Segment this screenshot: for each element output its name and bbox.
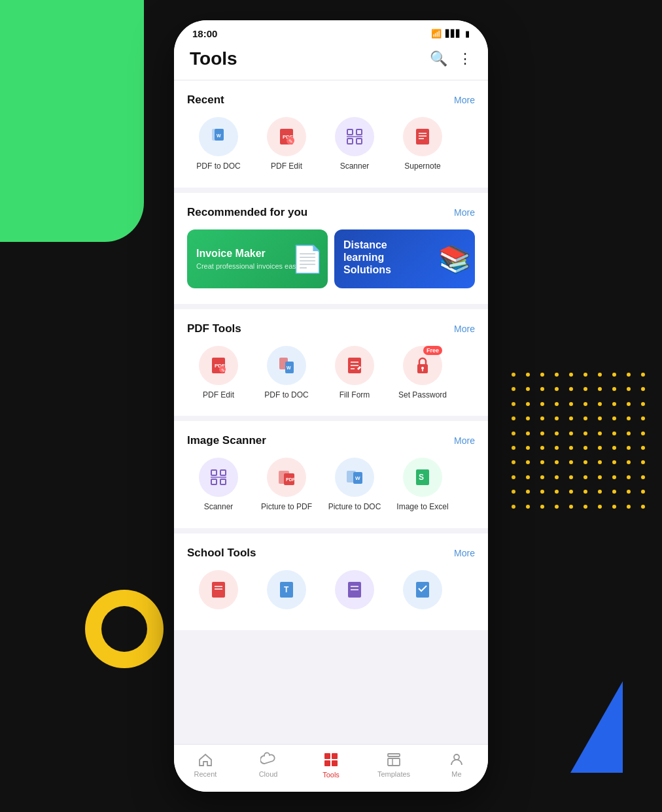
svg-rect-9 [347,139,353,144]
nav-cloud-label: Cloud [259,770,278,778]
svg-rect-12 [416,129,429,144]
recent-header: Recent More [187,93,475,107]
pdf-tools-header: PDF Tools More [187,322,475,335]
search-icon[interactable]: 🔍 [430,50,447,67]
pdf-edit-label: PDF Edit [271,161,302,172]
pdf-to-doc-icon: W [208,126,229,147]
set-password-icon [412,355,433,376]
set-password-label: Set Password [398,390,447,401]
scanner-tool-icon-bg [199,458,238,497]
scanner-icon-bg [335,117,374,156]
recent-more-button[interactable]: More [454,95,475,105]
supernote-icon-bg [403,117,442,156]
supernote-icon [412,126,433,147]
set-password-icon-bg: Free [403,346,442,385]
svg-rect-54 [324,760,330,766]
school-tool-1-icon-bg [199,570,238,609]
app-header: Tools 🔍 ⋮ [174,43,488,80]
pdf-to-doc-label: PDF to DOC [196,161,240,172]
svg-rect-53 [332,753,338,759]
tool-school-3[interactable] [323,570,386,615]
nav-recent[interactable]: Recent [186,752,225,778]
scanner-tool-icon [208,467,229,488]
fill-form-icon-bg [335,346,374,385]
tool-pdf-edit-recent[interactable]: PDF ✎ PDF Edit [255,117,318,172]
svg-rect-8 [357,129,362,135]
tool-school-2[interactable]: T [255,570,318,615]
nav-cloud[interactable]: Cloud [249,752,288,778]
image-scanner-more-button[interactable]: More [454,435,475,446]
tool-pdf-to-doc[interactable]: W PDF to DOC [255,346,318,401]
pdf-to-doc-tool-label: PDF to DOC [264,390,308,401]
tools-grid-icon [322,751,340,768]
tool-supernote-recent[interactable]: Supernote [391,117,454,172]
templates-icon [386,752,402,768]
picture-to-doc-label: Picture to DOC [328,502,381,513]
svg-text:✎: ✎ [221,367,225,372]
tool-pdf-to-doc-recent[interactable]: W PDF to DOC [187,117,250,172]
distance-learning-card[interactable]: Distance learning Solutions 📚 [334,229,475,288]
tool-scanner[interactable]: Scanner [187,458,250,513]
tool-pdf-edit[interactable]: PDF ✎ PDF Edit [187,346,250,401]
home-icon [198,752,213,768]
pdf-to-doc-tool-icon: W [276,355,297,376]
recommended-section: Recommended for you More Invoice Maker C… [174,193,488,304]
pdf-edit-tool-icon: PDF ✎ [208,355,229,376]
school-tool-3-icon-bg [335,570,374,609]
school-tools-section: School Tools More [174,533,488,630]
svg-rect-32 [211,479,217,484]
invoice-maker-card[interactable]: Invoice Maker Creat professional invoice… [187,229,328,288]
scanner-tool-label: Scanner [204,502,234,513]
pdf-tools-row: PDF ✎ PDF Edit W [187,346,475,401]
image-to-excel-icon: S [412,467,433,488]
school-tool-4-icon [412,579,433,600]
promo-cards-row: Invoice Maker Creat professional invoice… [187,229,475,288]
pdf-tools-more-button[interactable]: More [454,324,475,334]
more-menu-icon[interactable]: ⋮ [458,50,472,67]
nav-tools[interactable]: Tools [311,751,351,779]
school-tool-1-icon [208,579,229,600]
image-scanner-header: Image Scanner More [187,434,475,447]
svg-rect-10 [357,139,362,144]
scanner-label: Scanner [340,161,370,172]
image-scanner-title: Image Scanner [187,434,266,447]
phone-shell: 18:00 📶 ▋▋▋ ▮ Tools 🔍 ⋮ Recent More [174,20,488,792]
school-tools-header: School Tools More [187,547,475,560]
tool-set-password[interactable]: Free Set Password [391,346,454,401]
tool-school-4[interactable] [391,570,454,615]
recent-section: Recent More W PDF to DOC [174,80,488,188]
tool-school-1[interactable] [187,570,250,615]
recommended-header: Recommended for you More [187,206,475,219]
school-tool-2-icon: T [276,579,297,600]
image-to-excel-icon-bg: S [403,458,442,497]
signal-icon: ▋▋▋ [445,29,461,38]
bg-dots-pattern [512,373,642,516]
svg-rect-7 [347,129,353,135]
picture-to-pdf-label: Picture to PDF [261,502,312,513]
picture-to-doc-icon: W [344,467,365,488]
pdf-edit-tool-label: PDF Edit [203,390,234,401]
main-scroll-area[interactable]: Recent More W PDF to DOC [174,80,488,744]
status-time: 18:00 [192,28,217,39]
nav-me[interactable]: Me [437,752,476,778]
nav-templates[interactable]: Templates [374,752,413,778]
svg-rect-55 [332,760,338,766]
tool-picture-to-pdf[interactable]: PDF Picture to PDF [255,458,318,513]
school-tools-more-button[interactable]: More [454,548,475,558]
recommended-more-button[interactable]: More [454,207,475,218]
free-badge: Free [423,346,442,355]
svg-rect-43 [212,582,225,598]
nav-me-label: Me [451,770,461,778]
image-scanner-section: Image Scanner More Scanner [174,421,488,528]
pdf-edit-tool-icon-bg: PDF ✎ [199,346,238,385]
tool-picture-to-doc[interactable]: W Picture to DOC [323,458,386,513]
profile-icon [449,752,464,768]
status-icons: 📶 ▋▋▋ ▮ [431,29,470,39]
tool-image-to-excel[interactable]: S Image to Excel [391,458,454,513]
tool-scanner-recent[interactable]: Scanner [323,117,386,172]
supernote-label: Supernote [404,161,440,172]
wifi-icon: 📶 [431,29,442,39]
scanner-icon [344,126,365,147]
tool-fill-form[interactable]: Fill Form [323,346,386,401]
svg-text:W: W [287,365,291,370]
